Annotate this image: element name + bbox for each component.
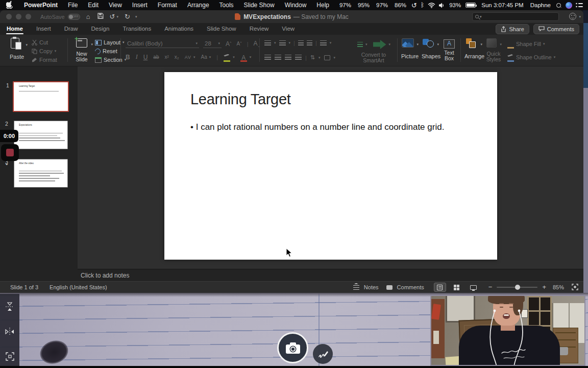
layout-button[interactable]: Layout ▾ [95, 39, 125, 45]
notification-center-icon[interactable] [576, 3, 583, 8]
zoom-level-label[interactable]: 85% [553, 284, 564, 290]
reset-button[interactable]: Reset [95, 48, 117, 54]
slide-editor-area[interactable]: Learning Target • I can plot rational nu… [78, 66, 583, 269]
shapes-button[interactable]: ▾ Shapes [422, 38, 439, 59]
character-spacing-button[interactable]: AV [185, 55, 191, 60]
tab-design[interactable]: Design [85, 23, 116, 35]
recorder-chevron-icon[interactable]: ⌄ [5, 160, 9, 166]
change-case-button[interactable]: Aa [201, 54, 207, 60]
shrink-font-button[interactable]: A˅ [237, 41, 242, 47]
smartart-icon[interactable] [373, 40, 386, 49]
menu-window[interactable]: Window [280, 0, 312, 10]
share-button[interactable]: Share [496, 24, 529, 34]
menu-view[interactable]: View [104, 0, 127, 10]
text-highlight-button[interactable] [224, 54, 230, 60]
picture-button[interactable]: ▾ Picture [401, 38, 419, 59]
font-name-select[interactable]: Calibri (Body)▾ [126, 39, 199, 48]
notes-toggle-icon[interactable] [353, 285, 359, 290]
camera-snapshot-button[interactable] [277, 332, 308, 363]
slide-title-text[interactable]: Learning Target [190, 91, 291, 108]
wifi-icon[interactable] [428, 3, 435, 8]
zoom-in-button[interactable]: + [542, 285, 546, 290]
align-text-icon[interactable] [324, 55, 330, 60]
tab-transitions[interactable]: Transitions [116, 23, 158, 35]
strikethrough-button[interactable]: ab [153, 54, 159, 60]
normal-view-button[interactable] [434, 283, 446, 292]
menu-tools[interactable]: Tools [214, 0, 239, 10]
line-spacing-icon[interactable] [320, 40, 327, 46]
zoom-slider-knob[interactable] [515, 285, 520, 290]
undo-icon[interactable]: ↺ [110, 10, 115, 23]
copy-button[interactable]: Copy ▾ [32, 48, 56, 54]
volume-icon[interactable] [439, 3, 446, 8]
menu-help[interactable]: Help [311, 0, 334, 10]
underline-button[interactable]: U [143, 54, 148, 61]
tab-insert[interactable]: Insert [30, 23, 58, 35]
menu-app-name[interactable]: PowerPoint [19, 2, 63, 9]
menu-format[interactable]: Format [153, 0, 182, 10]
apple-menu-icon[interactable] [0, 0, 19, 10]
text-box-button[interactable]: A TextBox [441, 38, 457, 61]
font-size-select[interactable]: 28▾ [203, 39, 222, 48]
comments-toggle-label[interactable]: Comments [397, 284, 424, 290]
zoom-out-button[interactable]: − [488, 285, 493, 290]
slide-bullet-text[interactable]: • I can plot rational numbers on a numbe… [190, 122, 444, 132]
menu-edit[interactable]: Edit [83, 0, 104, 10]
undo-chevron-icon[interactable]: ▾ [116, 15, 118, 19]
new-slide-button[interactable]: ▾ NewSlide [71, 38, 92, 62]
comments-toggle-icon[interactable] [386, 285, 393, 290]
justify-icon[interactable] [295, 55, 302, 60]
quick-styles-button[interactable]: ▾ QuickStyles [485, 38, 502, 62]
increase-indent-icon[interactable] [307, 40, 312, 46]
shape-text-icon[interactable] [357, 42, 363, 48]
flip-vertical-icon[interactable] [6, 302, 14, 313]
slideshow-view-button[interactable] [468, 283, 480, 292]
comments-button[interactable]: Comments [533, 24, 579, 34]
slide-thumbnail-3[interactable]: After the video [14, 159, 68, 188]
time-machine-icon[interactable]: ↺ [411, 2, 417, 9]
tab-view[interactable]: View [275, 23, 301, 35]
format-painter-button[interactable]: Format [32, 57, 57, 63]
shape-outline-button[interactable]: Shape Outline ▾ [507, 54, 555, 60]
recording-stop-button[interactable] [1, 144, 19, 161]
slide-canvas[interactable]: Learning Target • I can plot rational nu… [164, 72, 497, 260]
home-icon[interactable]: ⌂ [86, 10, 90, 23]
align-center-icon[interactable] [275, 55, 281, 60]
zoom-slider[interactable] [497, 287, 537, 288]
autosave-toggle[interactable]: OFF [68, 14, 80, 20]
menu-clock[interactable]: Sun 3:07:45 PM [479, 2, 525, 8]
minimize-button[interactable] [16, 14, 21, 19]
menu-slide-show[interactable]: Slide Show [239, 0, 280, 10]
menu-arrange[interactable]: Arrange [182, 0, 214, 10]
feedback-chevron-icon[interactable]: ▾ [579, 15, 581, 19]
tab-home[interactable]: Home [0, 23, 30, 35]
toolbar-chevron-icon[interactable]: ▾ [135, 15, 137, 19]
cut-button[interactable]: Cut [32, 39, 48, 45]
arrange-button[interactable]: ▾ Arrange [464, 38, 483, 59]
spotlight-icon[interactable] [555, 3, 562, 8]
siri-icon[interactable] [566, 2, 572, 9]
feedback-smiley-icon[interactable] [569, 13, 576, 20]
grow-font-button[interactable]: A˄ [226, 40, 232, 48]
flip-horizontal-icon[interactable] [5, 328, 14, 338]
fit-slide-button[interactable] [572, 284, 578, 291]
font-color-button[interactable]: A [240, 54, 247, 60]
align-left-icon[interactable] [264, 55, 271, 60]
notes-toggle-label[interactable]: Notes [364, 284, 379, 290]
italic-button[interactable]: I [136, 53, 138, 61]
convert-smartart-label[interactable]: Convert toSmartArt [354, 52, 393, 63]
slide-thumbnail-1[interactable]: Learning Target [13, 81, 69, 112]
decrease-indent-icon[interactable] [298, 40, 304, 46]
numbered-list-icon[interactable] [279, 40, 286, 46]
slide-thumbnail-2[interactable]: Expectations [14, 121, 68, 149]
bold-button[interactable]: B [126, 54, 130, 61]
tab-review[interactable]: Review [243, 23, 276, 35]
align-right-icon[interactable] [285, 55, 291, 60]
menu-file[interactable]: File [63, 0, 83, 10]
menu-insert[interactable]: Insert [127, 0, 153, 10]
subscript-button[interactable]: x₂ [175, 54, 179, 60]
fast-user-switch[interactable]: Daphne [529, 2, 552, 8]
annotate-pen-button[interactable] [313, 344, 333, 364]
bullet-list-icon[interactable] [264, 40, 271, 46]
bluetooth-icon[interactable]: ᛒ [421, 2, 424, 9]
